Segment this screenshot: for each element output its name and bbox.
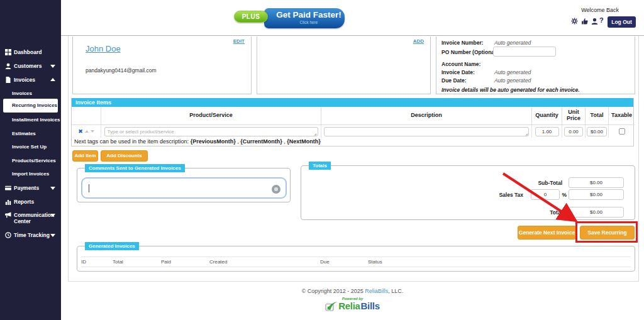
sidebar-item-reports[interactable]: Reports [0,198,61,207]
tags-note: Next tags can be used in the item descri… [74,138,321,145]
add-link[interactable]: ADD [413,38,424,44]
total-input[interactable] [569,207,624,218]
customer-panel: EDIT John Doe pandakyung0414@gmail.com [72,36,252,94]
sidebar-subitem-invoices[interactable]: Invoices [0,90,61,98]
gi-col-created: Created [209,259,227,265]
sidebar-item-label: Payments [14,185,39,191]
move-up-icon[interactable] [85,130,89,133]
po-number-input[interactable] [493,47,556,57]
item-row-unit-price-cell [562,125,586,138]
copyright-text: © Copyright 2012 - 2025 ReliaBills, LLC. [61,288,644,294]
clock-icon [5,232,11,238]
sidebar-item-label: Reports [14,199,34,205]
unit-price-input[interactable] [564,127,583,136]
generated-invoices-header-row: ID Total Paid Created Due Status [81,257,631,267]
invoice-date-value: Auto generated [494,69,531,75]
chevron-up-icon [50,78,55,81]
save-recurring-invoice-button[interactable]: Save Recurring Invoice [580,226,635,240]
edit-customer-link[interactable]: EDIT [233,38,245,44]
footer: © Copyright 2012 - 2025 ReliaBills, LLC.… [61,288,644,311]
sidebar-item-communication-center[interactable]: Communication Center [0,211,61,226]
logout-button[interactable]: Log Out [608,16,636,28]
comments-title: Comments Sent to Generated Invoices [85,164,185,172]
welcome-back-text: Welcome Back [581,7,619,13]
sidebar-item-dashboard[interactable]: Dashboard [0,48,61,57]
customers-icon [5,63,11,69]
move-down-icon[interactable] [91,130,94,133]
invoice-date-label: Invoice Date: [441,69,475,75]
text-caret [89,184,89,192]
payments-icon [5,185,11,191]
app-root: Dashboard Customers Invoices Invoices Re… [0,0,644,320]
gi-col-total: Total [113,259,123,265]
sidebar-subitem-invoice-set-up[interactable]: Invoice Set Up [0,143,61,152]
item-row-total-cell [586,125,609,138]
taxable-checkbox[interactable] [619,128,625,135]
sales-tax-rate-input[interactable] [531,189,560,200]
account-name-label: Account Name: [441,61,480,67]
dashboard-icon [5,49,11,55]
add-discounts-button[interactable]: Add Discounts [101,150,148,162]
sidebar-subitem-products-services[interactable]: Products/Services [0,157,61,165]
sidebar-item-label: Invoices [14,77,35,83]
totals-title: Totals [309,162,331,170]
quantity-input[interactable] [535,127,559,136]
delete-item-icon[interactable]: ✖ [78,128,83,135]
recipients-panel: ADD [257,36,431,94]
totals-section: Totals Sub-Total Sales Tax % Total [301,165,635,220]
percent-sign: % [562,192,567,198]
user-icon[interactable] [591,18,598,25]
chevron-down-icon [50,234,55,237]
total-label: Total [550,209,562,216]
help-icon[interactable]: ? [599,16,606,23]
col-header-product: Product/Service [101,107,321,125]
sidebar-item-invoices[interactable]: Invoices [0,76,61,85]
item-total-input[interactable] [587,127,607,136]
invoices-icon [5,77,11,83]
tag-next-month: {NextMonth} [287,138,321,145]
item-row-taxable-cell [609,125,635,138]
gi-col-status: Status [368,259,382,265]
customer-name-link[interactable]: John Doe [86,44,121,53]
col-header-total: Total [586,107,609,125]
plus-badge[interactable]: PLUS [234,11,268,23]
col-header-unit-price: Unit Price [562,107,586,125]
sidebar-subitem-installment-invoices[interactable]: Installment Invoices [0,116,61,124]
emoji-icon[interactable] [272,185,280,194]
item-row-quantity-cell [532,125,562,138]
col-header-quantity: Quantity [532,107,562,125]
invoice-number-label: Invoice Number: [441,40,484,46]
chevron-down-icon [50,187,55,190]
get-paid-faster-banner[interactable]: Get Paid Faster! Click here [264,8,345,28]
customer-email: pandakyung0414@gmail.com [86,67,157,74]
gear-icon[interactable] [571,18,578,25]
subtotal-input[interactable] [569,177,624,188]
generate-next-invoice-button[interactable]: Generate Next Invoice [518,226,576,240]
item-row-description-cell: ◢ [321,125,532,138]
sales-tax-label: Sales Tax [499,192,523,198]
thumbs-up-icon[interactable] [581,18,588,25]
sidebar-subitem-recurring-invoices-active[interactable]: Recurring Invoices [3,99,58,113]
col-header-description: Description [321,107,532,125]
description-input[interactable] [324,127,529,136]
item-row-actions: ✖ [72,125,101,138]
col-header-actions [72,107,101,125]
sidebar-item-label: Time Tracking [14,232,50,238]
due-date-value: Auto generated [494,77,531,84]
reliabills-logo: ReliaBills [61,301,644,311]
comments-input[interactable] [81,177,287,199]
sidebar-subitem-import-invoices[interactable]: Import Invoices [0,170,61,179]
product-service-input[interactable] [104,127,318,136]
sidebar-item-payments[interactable]: Payments [0,184,61,193]
reliabills-link[interactable]: ReliaBills [365,288,388,294]
add-item-button[interactable]: Add Item [72,150,98,162]
top-header: PLUS Get Paid Faster! Click here Welcome… [61,0,644,36]
generated-invoices-section: Generated Invoices ID Total Paid Created… [77,246,635,272]
sales-tax-amount-input[interactable] [569,189,624,200]
sidebar-item-customers[interactable]: Customers [0,62,61,71]
comments-section: Comments Sent to Generated Invoices [77,168,291,202]
sidebar-subitem-estimates[interactable]: Estimates [0,130,61,138]
chevron-down-icon [50,65,55,68]
sidebar: Dashboard Customers Invoices Invoices Re… [0,0,61,320]
sidebar-item-time-tracking[interactable]: Time Tracking [0,231,61,240]
